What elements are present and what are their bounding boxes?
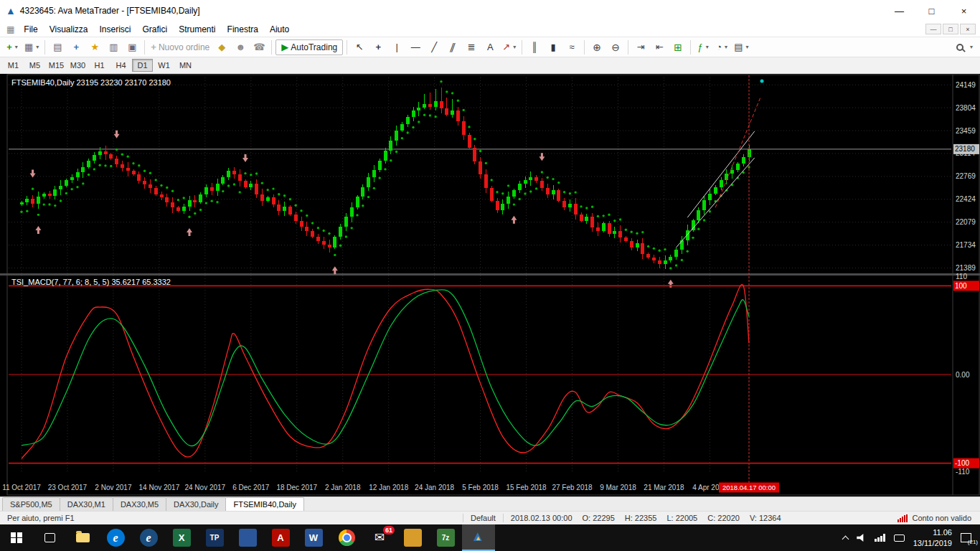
action-center-icon[interactable]: (21) bbox=[961, 533, 971, 542]
market-watch-button[interactable]: + bbox=[67, 39, 85, 55]
trendline-button[interactable]: ╱ bbox=[425, 39, 443, 55]
alerts-button[interactable]: ◆ bbox=[213, 39, 230, 55]
taskbar-clock[interactable]: 11.06 13/11/2019 bbox=[913, 527, 952, 548]
vertical-line-button[interactable]: | bbox=[388, 39, 405, 55]
timeframe-button-h1[interactable]: H1 bbox=[89, 59, 110, 72]
indicators-dropdown-icon[interactable]: ▾ bbox=[706, 44, 709, 50]
line-chart-button[interactable]: ≈ bbox=[563, 39, 580, 55]
menu-visualizza[interactable]: Visualizza bbox=[44, 22, 94, 37]
taskbar: eeXTPAW✉617z▲▲ 11.06 13/11/2019 (21) bbox=[0, 524, 980, 551]
file-explorer[interactable] bbox=[66, 524, 99, 551]
chart-tab-dax30-m5[interactable]: DAX30,M5 bbox=[113, 497, 166, 511]
chart-shift-button[interactable]: ⇤ bbox=[651, 39, 668, 55]
timeframe-button-w1[interactable]: W1 bbox=[154, 59, 174, 72]
window-title: 4323645: Ava MetaTrader - [FTSEMIB40,Dai… bbox=[20, 6, 200, 16]
bar-chart-button[interactable]: ║ bbox=[526, 39, 543, 55]
equidistant-channel-button[interactable]: ∥ bbox=[444, 39, 461, 55]
sounds-button[interactable]: ☎ bbox=[250, 39, 268, 55]
menu-inserisci[interactable]: Inserisci bbox=[94, 22, 137, 37]
acrobat-app[interactable]: A bbox=[264, 524, 297, 551]
chart-tab-dax30-daily[interactable]: DAX30,Daily bbox=[166, 497, 226, 511]
crosshair-button[interactable]: + bbox=[369, 39, 387, 55]
chrome-browser[interactable] bbox=[330, 524, 363, 551]
clock-date: 13/11/2019 bbox=[913, 538, 952, 548]
arrows-dropdown-icon[interactable]: ▾ bbox=[513, 44, 516, 50]
arrows-button[interactable]: ↗▾ bbox=[500, 39, 518, 55]
new-order-button[interactable]: +▾ bbox=[4, 39, 21, 55]
data-window-button[interactable]: ★ bbox=[86, 39, 103, 55]
menu-file[interactable]: File bbox=[18, 22, 43, 37]
chart-tab-ftsemib40-daily[interactable]: FTSEMIB40,Daily bbox=[225, 497, 303, 511]
hidden-icons-chevron-icon[interactable] bbox=[842, 535, 849, 542]
metatrader-app[interactable]: ▲▲ bbox=[462, 524, 495, 551]
start-button[interactable] bbox=[0, 524, 33, 551]
tile-windows-button[interactable]: ⊞ bbox=[669, 39, 687, 55]
trading-platform-app[interactable]: TP bbox=[198, 524, 231, 551]
mdi-restore-button[interactable]: □ bbox=[943, 24, 958, 34]
chart-tab-s-p500-m5[interactable]: S&P500,M5 bbox=[2, 497, 60, 511]
status-profile[interactable]: Default bbox=[463, 512, 503, 524]
indicators-button[interactable]: ƒ▾ bbox=[694, 39, 712, 55]
toolbar-overflow-icon[interactable]: ▾ bbox=[970, 44, 973, 50]
horizontal-line-button[interactable]: — bbox=[407, 39, 424, 55]
timeframe-button-mn[interactable]: MN bbox=[175, 59, 196, 72]
auto-scroll-button[interactable]: ⇥ bbox=[632, 39, 649, 55]
periods-dropdown-icon[interactable]: ▾ bbox=[725, 44, 727, 50]
contacts-button[interactable]: ☻ bbox=[232, 39, 249, 55]
mail-app[interactable]: ✉61 bbox=[363, 524, 396, 551]
text-label-button[interactable]: A bbox=[481, 39, 499, 55]
autotrading-button[interactable]: ▶AutoTrading bbox=[275, 39, 343, 55]
excel-app[interactable]: X bbox=[165, 524, 198, 551]
candlestick-chart-button[interactable]: ▮ bbox=[545, 39, 562, 55]
timeframe-button-h4[interactable]: H4 bbox=[110, 59, 131, 72]
timeframe-button-m1[interactable]: M1 bbox=[3, 59, 24, 72]
maximize-button[interactable]: □ bbox=[915, 0, 948, 22]
zoom-in-button[interactable]: ⊕ bbox=[588, 39, 606, 55]
navigator-button[interactable]: ▥ bbox=[105, 39, 122, 55]
menu-aiuto[interactable]: Aiuto bbox=[264, 22, 295, 37]
chart-area[interactable]: 2414923804234592311422769224242207921734… bbox=[0, 74, 980, 496]
menu-finestra[interactable]: Finestra bbox=[222, 22, 264, 37]
timeframe-button-d1[interactable]: D1 bbox=[132, 59, 153, 72]
status-help-text: Per aiuto, premi F1 bbox=[0, 512, 463, 524]
task-view-button[interactable] bbox=[33, 524, 66, 551]
cursor-button[interactable]: ↖ bbox=[351, 39, 368, 55]
writer-app-icon: W bbox=[305, 529, 323, 547]
photos-app[interactable] bbox=[396, 524, 429, 551]
terminal-icon: ▣ bbox=[128, 42, 136, 52]
menu-grafici[interactable]: Grafici bbox=[137, 22, 174, 37]
menu-strumenti[interactable]: Strumenti bbox=[173, 22, 221, 37]
periods-button[interactable]: ◔▾ bbox=[713, 39, 730, 55]
office-grid-app-icon bbox=[239, 529, 257, 547]
writer-app[interactable]: W bbox=[297, 524, 330, 551]
timeframe-button-m30[interactable]: M30 bbox=[67, 59, 88, 72]
chart-tab-dax30-m1[interactable]: DAX30,M1 bbox=[60, 497, 113, 511]
seven-zip-app[interactable]: 7z bbox=[429, 524, 462, 551]
search-icon[interactable] bbox=[956, 44, 963, 51]
minimize-button[interactable]: — bbox=[883, 0, 915, 22]
templates-dropdown-icon[interactable]: ▾ bbox=[745, 44, 748, 50]
timeframe-button-m15[interactable]: M15 bbox=[46, 59, 67, 72]
mdi-minimize-button[interactable]: — bbox=[925, 24, 941, 34]
nuovo-ordine-button[interactable]: +Nuovo ordine bbox=[149, 39, 212, 55]
new-order-dropdown-icon[interactable]: ▾ bbox=[15, 44, 18, 50]
browser-2[interactable]: e bbox=[132, 524, 165, 551]
fibonacci-button[interactable]: ≣ bbox=[463, 39, 480, 55]
terminal-button[interactable]: ▣ bbox=[123, 39, 141, 55]
chart-canvas[interactable]: 2414923804234592311422769224242207921734… bbox=[0, 74, 980, 496]
chart-window-button[interactable]: ▤ bbox=[49, 39, 66, 55]
svg-text:110: 110 bbox=[956, 273, 967, 281]
timeframe-button-m5[interactable]: M5 bbox=[24, 59, 45, 72]
mdi-close-button[interactable]: × bbox=[960, 24, 976, 34]
office-grid-app[interactable] bbox=[231, 524, 264, 551]
touch-keyboard-icon[interactable] bbox=[894, 534, 905, 542]
new-chart-button[interactable]: ▦▾ bbox=[22, 39, 41, 55]
network-icon[interactable] bbox=[875, 534, 885, 542]
panel-separator[interactable] bbox=[0, 273, 980, 276]
edge-browser[interactable]: e bbox=[99, 524, 132, 551]
templates-button[interactable]: ▤▾ bbox=[732, 39, 750, 55]
new-chart-dropdown-icon[interactable]: ▾ bbox=[36, 44, 39, 50]
close-button[interactable]: × bbox=[948, 0, 980, 22]
volume-icon[interactable] bbox=[857, 534, 866, 542]
zoom-out-button[interactable]: ⊖ bbox=[607, 39, 624, 55]
